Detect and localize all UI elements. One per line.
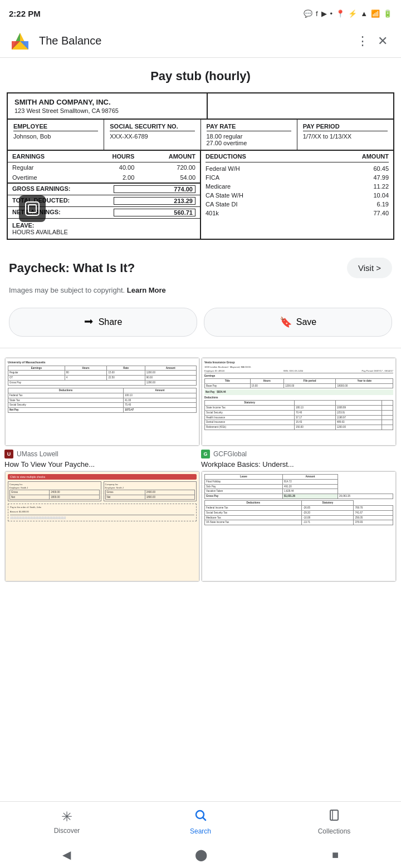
svg-rect-5 (26, 202, 39, 215)
grid-item-umass[interactable]: University of Massachusetts EarningsHour… (4, 357, 200, 470)
search-nav-icon (194, 808, 207, 825)
umass-favicon: U (4, 450, 13, 458)
app-logo (9, 30, 31, 52)
employee-label: EMPLOYEE (13, 123, 98, 131)
svg-rect-6 (28, 205, 36, 213)
nav-search[interactable]: Search (134, 808, 267, 835)
stub-body: EARNINGS HOURS AMOUNT Regular 40.00 720.… (8, 151, 393, 239)
recents-button[interactable]: ■ (310, 844, 361, 866)
deductions-amount-label: AMOUNT (327, 153, 389, 160)
grid-image-3: Click to view multiple checks Company In… (4, 471, 200, 582)
earnings-row-regular: Regular 40.00 720.00 (8, 162, 200, 172)
umass-source-name: UMass Lowell (17, 450, 58, 458)
deductions-label: DEDUCTIONS (206, 153, 327, 160)
fed-amount: 60.45 (327, 165, 389, 172)
status-icons: 💬 f ▶ • 📍 ⚡ ▲ 📶 🔋 (304, 9, 392, 18)
nav-discover[interactable]: ✳ Discover (0, 809, 134, 835)
copyright-text: Images may be subject to copyright. (9, 286, 125, 294)
signal-icon: 📶 (371, 9, 380, 18)
more-options-icon[interactable]: ⋮ (352, 29, 373, 53)
net-value: 560.71 (114, 209, 195, 216)
payrate-label: PAY RATE (207, 123, 291, 131)
messenger-icon: 💬 (304, 9, 312, 18)
deduct-row-fed: Federal W/H 60.45 (206, 164, 389, 173)
image-grid: University of Massachusetts EarningsHour… (0, 353, 401, 585)
gcf-source-name: GCFGlobal (213, 450, 247, 458)
employee-row: EMPLOYEE Johnson, Bob SOCIAL SECURITY NO… (8, 120, 393, 151)
earnings-header: EARNINGS HOURS AMOUNT (8, 151, 200, 162)
facebook-icon: f (316, 9, 318, 18)
company-address: 123 West Street Smalltown, CA 98765 (14, 107, 200, 114)
overtime-label: Overtime (12, 174, 94, 181)
discover-label: Discover (54, 827, 80, 835)
company-info: SMITH AND COMPANY, INC. 123 West Street … (8, 93, 208, 119)
401k-label: 401k (206, 210, 327, 216)
share-icon: ⮕ (84, 317, 94, 328)
employee-name: Johnson, Bob (13, 133, 98, 140)
copyright-notice: Images may be subject to copyright. Lear… (0, 284, 401, 303)
amount-label: AMOUNT (134, 153, 195, 160)
payrate-overtime: 27.00 overtime (207, 140, 291, 146)
deduct-row-ca-di: CA State DI 6.19 (206, 200, 389, 209)
visit-button[interactable]: Visit > (347, 258, 392, 278)
wifi-icon: ▲ (360, 9, 368, 18)
location-icon: 📍 (336, 9, 345, 18)
payperiod-value: 1/7/XX to 1/13/XX (303, 133, 388, 140)
paystub-mini-3: Click to view multiple checks Company In… (5, 471, 199, 581)
gross-row: GROSS EARNINGS: 774.00 (8, 184, 200, 195)
close-icon[interactable]: ✕ (373, 29, 392, 53)
dot-icon: • (330, 9, 333, 18)
page-title-section: Pay stub (hourly) (0, 58, 401, 92)
deduct-row-401k: 401k 77.40 (206, 209, 389, 218)
stub-right: DEDUCTIONS AMOUNT Federal W/H 60.45 FICA… (201, 151, 393, 239)
deducted-value: 213.29 (114, 197, 195, 205)
leave-sublabel: HOURS AVAILABLE (12, 229, 195, 235)
company-right (208, 93, 393, 119)
paystub-mini-4: LeaveAmount Float Holiday814.72 Sick Pay… (202, 471, 396, 581)
ssn-cell: SOCIAL SECURITY NO. XXX-XX-6789 (104, 120, 200, 150)
collections-label: Collections (318, 827, 351, 835)
medicare-amount: 11.22 (327, 183, 389, 190)
grid-image-4: LeaveAmount Float Holiday814.72 Sick Pay… (201, 471, 397, 582)
ssn-value: XXX-XX-6789 (110, 133, 194, 140)
deductions-header: DEDUCTIONS AMOUNT (206, 153, 389, 162)
nav-collections[interactable]: Collections (267, 808, 401, 835)
overtime-hours: 2.00 (94, 174, 134, 181)
regular-label: Regular (12, 164, 94, 171)
battery-icon: 🔋 (383, 9, 392, 18)
save-button[interactable]: 🔖 Save (204, 308, 392, 337)
status-time: 2:22 PM (9, 9, 41, 18)
ca-wh-label: CA State W/H (206, 192, 327, 199)
earnings-section: EARNINGS HOURS AMOUNT Regular 40.00 720.… (8, 151, 200, 183)
leave-label: LEAVE: (12, 222, 195, 229)
action-buttons: ⮕ Share 🔖 Save (0, 303, 401, 348)
grid-item-4[interactable]: LeaveAmount Float Holiday814.72 Sick Pay… (201, 471, 397, 585)
payrate-cell: PAY RATE 18.00 regular 27.00 overtime (201, 120, 297, 150)
home-button[interactable]: ⬤ (173, 844, 229, 866)
share-button[interactable]: ⮕ Share (9, 308, 197, 337)
grid-item-3[interactable]: Click to view multiple checks Company In… (4, 471, 200, 585)
back-button[interactable]: ◀ (40, 844, 93, 866)
payperiod-label: PAY PERIOD (303, 123, 388, 131)
grid-image-umass: University of Massachusetts EarningsHour… (4, 357, 200, 446)
bottom-nav: ✳ Discover Search Collections (0, 801, 401, 841)
save-label: Save (296, 317, 316, 327)
screenshot-icon[interactable] (19, 195, 46, 222)
overtime-amount: 54.00 (134, 174, 195, 181)
section-divider (0, 348, 401, 348)
grid-item-gcf[interactable]: Vesta Insurance Group 1000 Leather Boule… (201, 357, 397, 470)
stub-left: EARNINGS HOURS AMOUNT Regular 40.00 720.… (8, 151, 201, 239)
hours-label: HOURS (94, 153, 134, 160)
company-header: SMITH AND COMPANY, INC. 123 West Street … (8, 93, 393, 120)
share-label: Share (99, 317, 123, 327)
fed-label: Federal W/H (206, 165, 327, 172)
gcf-source: G GCFGlobal (201, 450, 397, 458)
regular-amount: 720.00 (134, 164, 195, 171)
deduct-row-ca-state-wh: CA State W/H 10.04 (206, 191, 389, 200)
deduct-row-fica: FICA 47.99 (206, 173, 389, 182)
learn-more-link[interactable]: Learn More (127, 286, 166, 294)
deduct-row-medicare: Medicare 11.22 (206, 182, 389, 191)
earnings-label: EARNINGS (12, 153, 94, 160)
collections-icon (327, 808, 341, 825)
umass-source: U UMass Lowell (4, 450, 200, 458)
